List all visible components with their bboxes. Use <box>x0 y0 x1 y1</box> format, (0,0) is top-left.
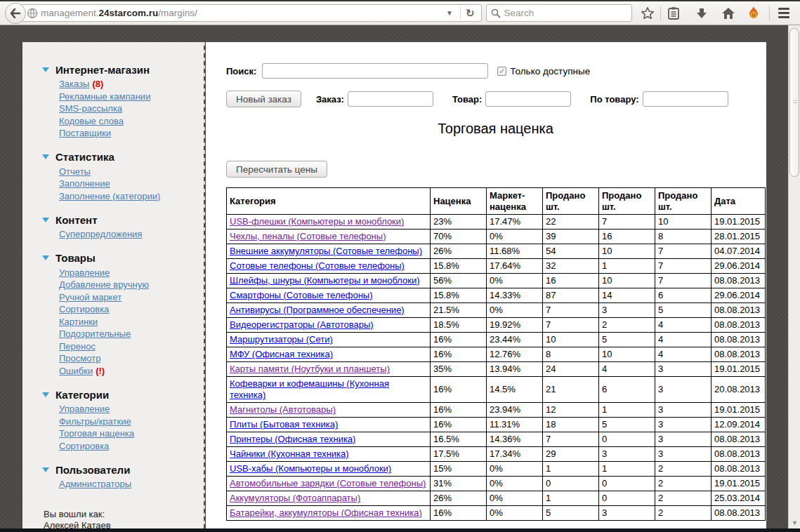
sidebar-link[interactable]: Отчеты <box>59 166 91 177</box>
sidebar-section: СтатистикаОтчетыЗаполнениеЗаполнение (ка… <box>22 151 204 203</box>
url-bar[interactable]: management.24starcom.ru/margins/ ▼ ↻ <box>20 4 482 22</box>
category-link[interactable]: Плиты (Бытовая техника) <box>230 419 338 430</box>
category-link[interactable]: USB-хабы (Компьютеры и моноблоки) <box>230 463 391 474</box>
section-collapse-arrow-icon[interactable] <box>42 67 49 72</box>
sidebar-link[interactable]: Заполнение (категории) <box>59 191 160 201</box>
home-button[interactable] <box>717 3 740 24</box>
category-link[interactable]: Батарейки, аккумуляторы (Офисная техника… <box>230 507 422 518</box>
downloads-button[interactable] <box>690 3 713 24</box>
reload-icon[interactable]: ↻ <box>464 7 477 20</box>
category-link[interactable]: Чехлы, пеналы (Сотовые телефоны) <box>230 231 386 241</box>
margin-cell: 18.5% <box>431 318 487 333</box>
section-collapse-arrow-icon[interactable] <box>42 218 49 222</box>
section-collapse-arrow-icon[interactable] <box>42 255 49 260</box>
by-product-input[interactable] <box>643 91 728 107</box>
vertical-scrollbar[interactable]: ▼ <box>788 25 800 528</box>
product-input[interactable] <box>485 91 571 107</box>
scrollbar-down-arrow-icon[interactable]: ▼ <box>789 519 800 526</box>
section-collapse-arrow-icon[interactable] <box>42 467 49 472</box>
recalculate-prices-button[interactable]: Пересчитать цены <box>226 161 327 178</box>
sidebar-link[interactable]: Заполнение <box>59 178 110 189</box>
category-link[interactable]: Антивирусы (Программное обеспечение) <box>230 305 405 315</box>
category-cell: Чехлы, пеналы (Сотовые телефоны) <box>227 230 431 244</box>
sidebar-link[interactable]: Администраторы <box>59 479 131 489</box>
sold-2-cell: 1 <box>599 259 655 274</box>
category-link[interactable]: Автомобильные зарядки (Сотовые телефоны) <box>230 478 426 488</box>
back-button[interactable] <box>5 3 26 24</box>
category-link[interactable]: Карты памяти (Ноутбуки и планшеты) <box>230 364 390 374</box>
section-collapse-arrow-icon[interactable] <box>42 392 49 397</box>
sold-1-cell: 16 <box>543 274 599 288</box>
category-link[interactable]: Шлейфы, шнуры (Компьютеры и моноблоки) <box>230 275 420 286</box>
sidebar-link[interactable]: Ошибки <box>59 366 93 376</box>
sidebar-link[interactable]: Добавление вручную <box>59 279 149 290</box>
sidebar-link[interactable]: Заказы <box>59 79 89 89</box>
new-order-button[interactable]: Новый заказ <box>226 91 301 107</box>
date-cell: 08.08.2013 <box>712 347 766 362</box>
sidebar-link[interactable]: Сортировка <box>59 304 109 314</box>
category-link[interactable]: Кофеварки и кофемашины (Кухонная техника… <box>230 378 389 400</box>
sidebar-item: Просмотр <box>59 352 204 365</box>
section-collapse-arrow-icon[interactable] <box>42 154 49 159</box>
sidebar-link[interactable]: Перенос <box>59 341 96 352</box>
category-cell: USB-хабы (Компьютеры и моноблоки) <box>227 462 431 477</box>
table-row: Магнитолы (Автотовары)16%23.94%121319.01… <box>227 403 766 418</box>
sold-3-cell: 3 <box>655 447 712 462</box>
sidebar-link[interactable]: Управление <box>59 404 110 414</box>
category-link[interactable]: Принтеры (Офисная техника) <box>230 434 355 444</box>
date-cell: 08.08.2013 <box>712 318 766 333</box>
order-input[interactable] <box>348 91 433 107</box>
sidebar-link[interactable]: Картинки <box>59 317 98 327</box>
category-link[interactable]: МФУ (Офисная техника) <box>230 349 333 359</box>
sidebar-link[interactable]: Суперпредложения <box>59 229 142 239</box>
sidebar-link[interactable]: SMS-рассылка <box>59 103 122 114</box>
url-dropdown-icon[interactable]: ▼ <box>442 9 457 17</box>
category-link[interactable]: Сотовые телефоны (Сотовые телефоны) <box>230 260 405 271</box>
category-link[interactable]: Смартфоны (Сотовые телефоны) <box>230 290 373 300</box>
sidebar-link[interactable]: Рекламные кампании <box>59 91 150 102</box>
bookmarks-menu-button[interactable] <box>662 3 685 24</box>
browser-search-input[interactable] <box>504 8 617 18</box>
sidebar-link[interactable]: Подозрительные <box>59 328 131 339</box>
sidebar-link[interactable]: Торговая наценка <box>59 428 134 439</box>
table-row: МФУ (Офисная техника)16%12.76%810408.08.… <box>227 347 766 362</box>
sold-3-cell: 5 <box>655 303 712 318</box>
sidebar-item: Рекламные кампании <box>59 91 204 103</box>
only-available-checkbox[interactable]: ✓ <box>497 67 506 76</box>
search-bar[interactable] <box>486 4 632 22</box>
sold-1-cell: 7 <box>543 303 599 318</box>
sidebar-link[interactable]: Поставщики <box>59 128 111 138</box>
page-background: Интернет-магазинЗаказы(8)Рекламные кампа… <box>0 25 800 532</box>
sidebar: Интернет-магазинЗаказы(8)Рекламные кампа… <box>22 42 204 528</box>
sold-3-cell: 3 <box>655 377 712 403</box>
browser-toolbar: management.24starcom.ru/margins/ ▼ ↻ <box>0 1 800 25</box>
sidebar-link[interactable]: Фильтры/краткие <box>59 416 131 427</box>
sidebar-link[interactable]: Сортировка <box>59 441 109 451</box>
table-row: Маршрутизаторы (Сети)16%23.44%105408.08.… <box>227 333 766 347</box>
sidebar-link[interactable]: Управление <box>59 267 110 278</box>
bookmark-star-button[interactable] <box>636 3 659 24</box>
window-top-edge <box>0 0 800 1</box>
market-margin-cell: 12.76% <box>487 347 543 362</box>
sold-2-cell: 0 <box>599 491 655 506</box>
category-link[interactable]: Чайники (Кухонная техника) <box>230 448 349 459</box>
menu-button[interactable] <box>773 3 795 24</box>
category-link[interactable]: Видеорегистраторы (Автотовары) <box>230 319 374 330</box>
extension-flame-button[interactable] <box>742 3 765 24</box>
sidebar-section: КонтентСуперпредложения <box>22 213 204 241</box>
browser-window: management.24starcom.ru/margins/ ▼ ↻ <box>0 0 800 532</box>
sidebar-link[interactable]: Ручной маркет <box>59 292 122 302</box>
sidebar-item: Торговая наценка <box>59 427 204 440</box>
scrollbar-thumb[interactable] <box>789 28 799 177</box>
sidebar-item: Фильтры/краткие <box>59 415 204 428</box>
category-link[interactable]: Магнитолы (Автотовары) <box>230 404 336 415</box>
category-link[interactable]: Маршрутизаторы (Сети) <box>230 334 333 345</box>
sold-3-cell: 4 <box>655 333 712 347</box>
sidebar-link[interactable]: Кодовые слова <box>59 116 124 126</box>
category-link[interactable]: Аккумуляторы (Фотоаппараты) <box>230 493 360 503</box>
sidebar-link[interactable]: Просмотр <box>59 353 100 364</box>
category-link[interactable]: USB-флешки (Компьютеры и моноблоки) <box>230 216 404 227</box>
sidebar-item: Ошибки(!) <box>59 365 204 378</box>
category-link[interactable]: Внешние аккумуляторы (Сотовые телефоны) <box>230 246 422 256</box>
search-input[interactable] <box>262 63 488 79</box>
